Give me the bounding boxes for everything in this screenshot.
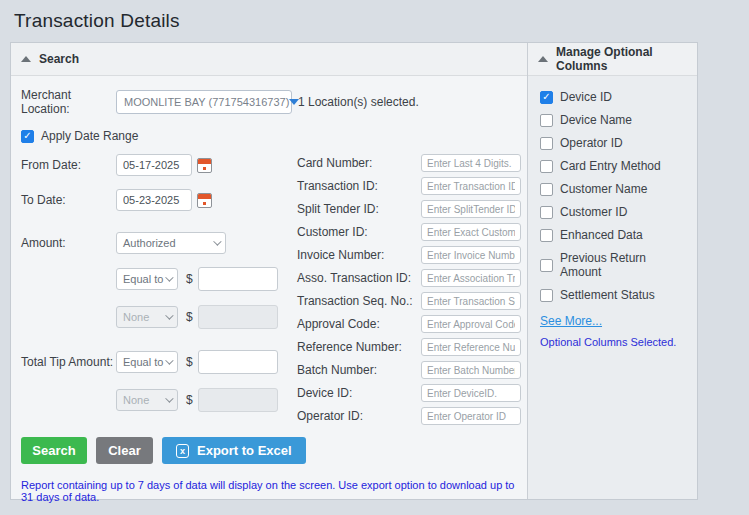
collapse-arrow-icon: [21, 56, 31, 62]
tip-operator-row-2: None $: [21, 388, 297, 412]
amount-value-input-1[interactable]: [198, 267, 278, 291]
search-header-label: Search: [39, 52, 79, 66]
operator-id-label: Operator ID:: [297, 409, 421, 423]
tip-value-input-1[interactable]: [198, 350, 278, 374]
approval-code-row: Approval Code:: [297, 315, 521, 333]
split-tender-id-input[interactable]: [421, 200, 521, 218]
enhanced-data-checkbox[interactable]: [540, 229, 553, 242]
transaction-id-input[interactable]: [421, 177, 521, 195]
amount-operator-row-2: None $: [21, 305, 297, 329]
chevron-down-icon: [165, 394, 173, 402]
from-date-input[interactable]: [116, 154, 192, 176]
page-title: Transaction Details: [0, 0, 749, 32]
operator-id-checkbox[interactable]: [540, 137, 553, 150]
optional-columns-selected-note: Optional Columns Selected.: [540, 336, 687, 348]
invoice-number-input[interactable]: [421, 246, 521, 264]
merchant-location-label: Merchant Location:: [21, 88, 116, 116]
amount-operator-select-2[interactable]: None: [116, 306, 178, 328]
device-id-row: Device ID:: [297, 384, 521, 402]
optional-column-settlement-status: Settlement Status: [540, 288, 687, 302]
reference-number-row: Reference Number:: [297, 338, 521, 356]
export-to-excel-label: Export to Excel: [197, 443, 292, 458]
invoice-number-label: Invoice Number:: [297, 248, 421, 262]
invoice-number-row: Invoice Number:: [297, 246, 521, 264]
amount-operator-row-1: Equal to $: [21, 267, 297, 291]
amount-type-select[interactable]: Authorized: [116, 232, 226, 254]
to-date-input[interactable]: [116, 189, 192, 211]
batch-number-input[interactable]: [421, 361, 521, 379]
transaction-seq-no-input[interactable]: [421, 292, 521, 310]
card-entry-method-checkbox[interactable]: [540, 160, 553, 173]
optional-column-operator-id: Operator ID: [540, 136, 687, 150]
calendar-icon[interactable]: [197, 193, 212, 208]
optional-column-card-entry-method: Card Entry Method: [540, 159, 687, 173]
customer-id-input[interactable]: [421, 223, 521, 241]
approval-code-input[interactable]: [421, 315, 521, 333]
customer-name-checkbox[interactable]: [540, 183, 553, 196]
apply-date-range-label: Apply Date Range: [41, 129, 138, 143]
previous-return-amount-checkbox[interactable]: [540, 259, 553, 272]
search-section: Search Merchant Location: MOONLITE BAY (…: [11, 43, 528, 499]
to-date-label: To Date:: [21, 193, 116, 207]
manage-columns-header[interactable]: Manage Optional Columns: [528, 43, 697, 76]
settlement-status-checkbox[interactable]: [540, 289, 553, 302]
operator-id-input[interactable]: [421, 407, 521, 425]
total-tip-label: Total Tip Amount:: [21, 355, 116, 369]
action-buttons-row: Search Clear x Export to Excel: [21, 437, 517, 464]
optional-column-enhanced-data: Enhanced Data: [540, 228, 687, 242]
see-more-link[interactable]: See More...: [540, 314, 602, 328]
search-panel-header[interactable]: Search: [11, 43, 527, 76]
customer-id-label: Customer ID:: [297, 225, 421, 239]
dollar-sign: $: [186, 310, 193, 324]
form-columns: Apply Date Range From Date: To Date: Amo…: [21, 129, 517, 430]
asso-transaction-id-row: Asso. Transaction ID:: [297, 269, 521, 287]
dollar-sign: $: [186, 355, 193, 369]
from-date-label: From Date:: [21, 158, 116, 172]
apply-date-range-checkbox[interactable]: [21, 130, 34, 143]
locations-selected-note: 1 Location(s) selected.: [298, 95, 419, 109]
card-number-input[interactable]: [421, 154, 521, 172]
transaction-seq-no-row: Transaction Seq. No.:: [297, 292, 521, 310]
amount-value-input-2: [198, 305, 278, 329]
optional-column-customer-id: Customer ID: [540, 205, 687, 219]
transaction-seq-no-label: Transaction Seq. No.:: [297, 294, 421, 308]
operator-id-row: Operator ID:: [297, 407, 521, 425]
merchant-location-value: MOONLITE BAY (771754316737): [124, 96, 289, 108]
card-number-row: Card Number:: [297, 154, 521, 172]
device-id-checkbox[interactable]: [540, 91, 553, 104]
search-button[interactable]: Search: [21, 437, 87, 464]
date-amount-column: Apply Date Range From Date: To Date: Amo…: [21, 129, 297, 430]
dollar-sign: $: [186, 393, 193, 407]
reference-number-label: Reference Number:: [297, 340, 421, 354]
apply-date-range-row: Apply Date Range: [21, 129, 297, 143]
asso-transaction-id-input[interactable]: [421, 269, 521, 287]
reference-number-input[interactable]: [421, 338, 521, 356]
manage-columns-header-label: Manage Optional Columns: [556, 45, 687, 73]
optional-column-device-id: Device ID: [540, 90, 687, 104]
asso-transaction-id-label: Asso. Transaction ID:: [297, 271, 421, 285]
device-name-checkbox[interactable]: [540, 114, 553, 127]
amount-type-value: Authorized: [123, 237, 176, 249]
batch-number-label: Batch Number:: [297, 363, 421, 377]
tip-operator-select-1[interactable]: Equal to: [116, 351, 178, 373]
chevron-down-icon: [213, 237, 221, 245]
chevron-down-icon: [165, 356, 173, 364]
identifier-fields-column: Card Number: Transaction ID: Split Tende…: [297, 129, 521, 430]
amount-label: Amount:: [21, 236, 116, 250]
chevron-down-icon: [165, 273, 173, 281]
transaction-search-panel: Search Merchant Location: MOONLITE BAY (…: [10, 42, 698, 500]
export-to-excel-button[interactable]: x Export to Excel: [162, 437, 306, 464]
tip-operator-select-2[interactable]: None: [116, 389, 178, 411]
customer-id-checkbox[interactable]: [540, 206, 553, 219]
dollar-sign: $: [186, 272, 193, 286]
from-date-row: From Date:: [21, 154, 297, 176]
split-tender-id-row: Split Tender ID:: [297, 200, 521, 218]
clear-button[interactable]: Clear: [96, 437, 153, 464]
amount-operator-select-1[interactable]: Equal to: [116, 268, 178, 290]
device-id-label: Device ID:: [297, 386, 421, 400]
merchant-location-dropdown[interactable]: MOONLITE BAY (771754316737): [116, 90, 292, 114]
excel-file-icon: x: [176, 444, 189, 458]
merchant-location-row: Merchant Location: MOONLITE BAY (7717543…: [21, 88, 517, 116]
calendar-icon[interactable]: [197, 158, 212, 173]
device-id-input[interactable]: [421, 384, 521, 402]
